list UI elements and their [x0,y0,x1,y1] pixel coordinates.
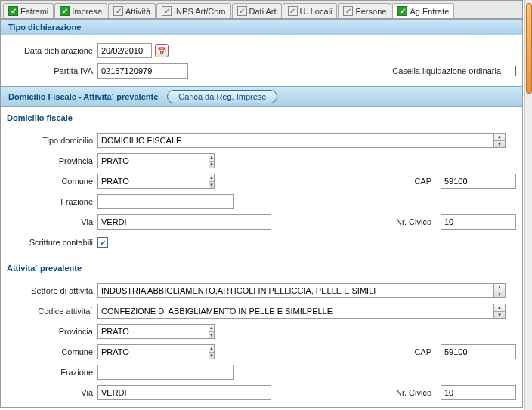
spinner-icon[interactable]: ▲▼ [209,344,215,359]
scrollbar-thumb[interactable] [526,3,532,94]
tab-label: Estremi [20,7,48,16]
subheader-attivita: Attivita´ prevalente [1,257,522,276]
check-icon: ✔ [8,6,18,16]
provincia-input-2[interactable] [97,324,209,339]
tab-label: Ag.Entrate [410,7,449,16]
frazione-input-2[interactable] [97,365,234,380]
check-icon: ✔ [237,6,247,16]
spinner-icon[interactable]: ▲▼ [493,283,506,298]
tab-attivita[interactable]: ✔ Attività [108,3,156,18]
check-icon: ✔ [288,6,298,16]
tab-estremi[interactable]: ✔ Estremi [3,3,54,18]
section-tipo-dichiarazione: Tipo dichiarazione [1,19,522,35]
label-scritture-contabili: Scritture contabili [7,238,97,247]
label-provincia: Provincia [7,327,97,336]
label-nr-civico: Nr. Civico [396,388,436,397]
tab-inps[interactable]: ✔ INPS Art/Com [156,3,230,18]
tab-persone[interactable]: ✔ Persone [338,3,391,18]
tab-agentrate[interactable]: ✔ Ag.Entrate [392,3,454,18]
carica-da-reg-imprese-button[interactable]: Carica da Reg. Imprese [167,90,277,103]
label-tipo-domicilio: Tipo domicilio [7,136,97,145]
tab-label: Dati Art [249,7,277,16]
check-icon: ✔ [397,6,407,16]
calendar-icon[interactable]: 📅 [155,44,169,57]
tipo-domicilio-input[interactable] [97,133,493,148]
label-cap: CAP [414,177,436,186]
label-codice-attivita: Codice attivita´ [7,307,97,316]
label-partita-iva: Partita IVA [7,66,97,76]
subheader-domicilio: Domicilio fiscale [1,107,522,125]
cap-input[interactable] [441,174,516,189]
tab-label: INPS Art/Com [174,7,225,16]
casella-liquidazione-checkbox[interactable] [506,66,516,76]
settore-attivita-input[interactable] [97,283,493,298]
label-frazione: Frazione [7,368,97,377]
section-title: Domicilio Fiscale - Attivita´ prevalente [8,92,158,101]
section-title: Tipo dichiarazione [8,23,81,32]
data-dichiarazione-input[interactable] [97,43,152,58]
label-nr-civico: Nr. Civico [396,217,436,227]
label-via: Via [7,388,97,397]
tab-label: Impresa [72,7,102,16]
comune-input-2[interactable] [97,344,209,359]
tab-label: U. Locali [300,7,332,16]
spinner-icon[interactable]: ▲▼ [493,133,506,148]
label-data-dichiarazione: Data dichiarazione [7,46,97,55]
label-casella-liquidazione: Casella liquidazione ordinaria [392,66,506,76]
provincia-input[interactable] [97,153,209,168]
tab-bar: ✔ Estremi ✔ Impresa ✔ Attività ✔ INPS Ar… [1,1,522,19]
via-input-2[interactable] [97,385,271,400]
check-icon: ✔ [162,6,172,16]
spinner-icon[interactable]: ▲▼ [209,324,215,339]
via-input[interactable] [97,214,271,230]
label-comune: Comune [7,177,97,186]
frazione-input[interactable] [97,194,234,209]
section-domicilio-attivita: Domicilio Fiscale - Attivita´ prevalente… [1,86,522,107]
label-via: Via [7,217,97,227]
nr-civico-input-2[interactable] [441,385,516,400]
tab-impresa[interactable]: ✔ Impresa [54,3,107,18]
nr-civico-input[interactable] [441,214,516,230]
check-icon: ✔ [343,6,353,16]
label-comune: Comune [7,347,97,356]
spinner-icon[interactable]: ▲▼ [209,153,215,168]
check-icon: ✔ [113,6,123,16]
partita-iva-input[interactable] [97,63,188,79]
tab-ulocali[interactable]: ✔ U. Locali [283,3,338,18]
tab-dati-art[interactable]: ✔ Dati Art [232,3,282,18]
label-frazione: Frazione [7,197,97,206]
tab-label: Attività [125,7,150,16]
vertical-scrollbar[interactable] [524,0,532,410]
cap-input-2[interactable] [441,344,516,359]
spinner-icon[interactable]: ▲▼ [493,304,506,319]
codice-attivita-input[interactable] [97,304,493,319]
comune-input[interactable] [97,174,209,189]
spinner-icon[interactable]: ▲▼ [209,174,215,189]
label-provincia: Provincia [7,156,97,165]
label-cap: CAP [414,347,436,356]
check-icon: ✔ [60,6,70,16]
tab-label: Persone [355,7,386,16]
scritture-contabili-checkbox[interactable] [97,237,108,248]
label-settore-attivita: Settore di attività [7,286,97,295]
